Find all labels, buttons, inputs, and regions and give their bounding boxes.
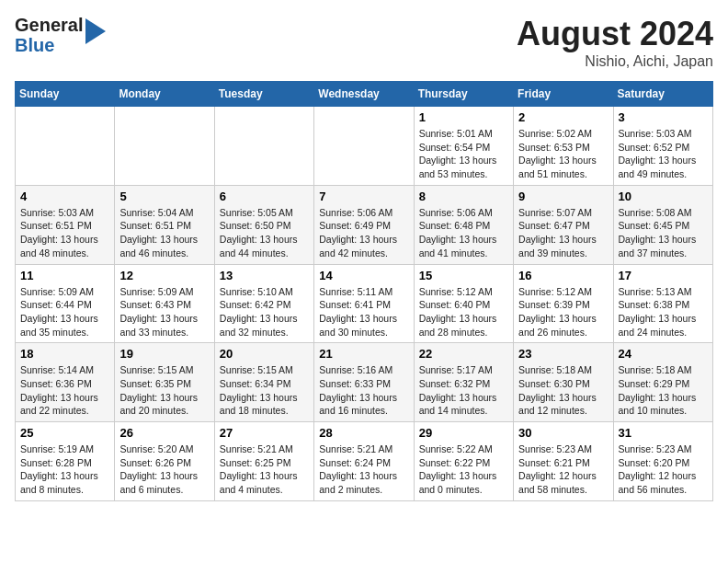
calendar-cell: 22Sunrise: 5:17 AM Sunset: 6:32 PM Dayli… (414, 343, 513, 422)
calendar-cell: 28Sunrise: 5:21 AM Sunset: 6:24 PM Dayli… (314, 422, 414, 501)
day-number: 29 (419, 426, 508, 440)
logo: General Blue (15, 15, 106, 55)
day-number: 2 (518, 110, 608, 124)
calendar-cell: 4Sunrise: 5:03 AM Sunset: 6:51 PM Daylig… (16, 185, 115, 264)
calendar-cell: 12Sunrise: 5:09 AM Sunset: 6:43 PM Dayli… (115, 264, 214, 343)
day-info: Sunrise: 5:23 AM Sunset: 6:21 PM Dayligh… (518, 442, 608, 497)
calendar-cell: 21Sunrise: 5:16 AM Sunset: 6:33 PM Dayli… (314, 343, 414, 422)
day-info: Sunrise: 5:18 AM Sunset: 6:29 PM Dayligh… (619, 363, 708, 418)
calendar-cell: 27Sunrise: 5:21 AM Sunset: 6:25 PM Dayli… (214, 422, 313, 501)
day-number: 1 (419, 110, 508, 124)
logo-arrow-icon (85, 18, 106, 48)
calendar-cell: 6Sunrise: 5:05 AM Sunset: 6:50 PM Daylig… (214, 185, 313, 264)
day-number: 23 (518, 347, 608, 361)
day-number: 24 (619, 347, 708, 361)
calendar-cell: 5Sunrise: 5:04 AM Sunset: 6:51 PM Daylig… (115, 185, 214, 264)
calendar-cell: 1Sunrise: 5:01 AM Sunset: 6:54 PM Daylig… (414, 107, 513, 186)
calendar-cell: 29Sunrise: 5:22 AM Sunset: 6:22 PM Dayli… (414, 422, 513, 501)
day-number: 14 (319, 269, 408, 282)
calendar-cell: 3Sunrise: 5:03 AM Sunset: 6:52 PM Daylig… (613, 107, 712, 186)
day-info: Sunrise: 5:17 AM Sunset: 6:32 PM Dayligh… (419, 363, 508, 418)
calendar-cell (16, 107, 115, 186)
day-info: Sunrise: 5:06 AM Sunset: 6:48 PM Dayligh… (419, 206, 508, 260)
day-number: 9 (518, 190, 608, 203)
calendar-cell (214, 107, 313, 186)
calendar-week-row: 1Sunrise: 5:01 AM Sunset: 6:54 PM Daylig… (16, 107, 713, 186)
day-number: 13 (220, 269, 309, 282)
day-info: Sunrise: 5:11 AM Sunset: 6:41 PM Dayligh… (319, 285, 408, 339)
day-info: Sunrise: 5:09 AM Sunset: 6:43 PM Dayligh… (119, 285, 209, 339)
page-header: General Blue August 2024 Nishio, Aichi, … (15, 15, 713, 70)
calendar-week-row: 25Sunrise: 5:19 AM Sunset: 6:28 PM Dayli… (16, 422, 713, 501)
calendar-cell: 13Sunrise: 5:10 AM Sunset: 6:42 PM Dayli… (214, 264, 313, 343)
weekday-header-monday: Monday (115, 82, 214, 107)
day-number: 5 (119, 190, 209, 203)
day-number: 3 (619, 110, 708, 124)
weekday-header-saturday: Saturday (613, 82, 712, 107)
day-info: Sunrise: 5:23 AM Sunset: 6:20 PM Dayligh… (619, 442, 708, 497)
day-info: Sunrise: 5:15 AM Sunset: 6:34 PM Dayligh… (220, 363, 309, 418)
day-number: 30 (518, 426, 608, 440)
day-info: Sunrise: 5:02 AM Sunset: 6:53 PM Dayligh… (518, 127, 608, 181)
day-info: Sunrise: 5:05 AM Sunset: 6:50 PM Dayligh… (220, 206, 309, 260)
day-info: Sunrise: 5:21 AM Sunset: 6:24 PM Dayligh… (319, 442, 408, 497)
day-info: Sunrise: 5:06 AM Sunset: 6:49 PM Dayligh… (319, 206, 408, 260)
logo-general-text: General (15, 15, 83, 35)
day-number: 10 (619, 190, 708, 203)
calendar-cell: 19Sunrise: 5:15 AM Sunset: 6:35 PM Dayli… (115, 343, 214, 422)
calendar-cell: 8Sunrise: 5:06 AM Sunset: 6:48 PM Daylig… (414, 185, 513, 264)
day-info: Sunrise: 5:18 AM Sunset: 6:30 PM Dayligh… (518, 363, 608, 418)
day-number: 27 (220, 426, 309, 440)
calendar-week-row: 11Sunrise: 5:09 AM Sunset: 6:44 PM Dayli… (16, 264, 713, 343)
day-number: 12 (119, 269, 209, 282)
logo-blue-text: Blue (15, 35, 83, 55)
calendar-cell: 25Sunrise: 5:19 AM Sunset: 6:28 PM Dayli… (16, 422, 115, 501)
weekday-header-tuesday: Tuesday (214, 82, 313, 107)
weekday-header-thursday: Thursday (414, 82, 513, 107)
calendar-cell (115, 107, 214, 186)
day-number: 4 (20, 190, 109, 203)
weekday-header-row: SundayMondayTuesdayWednesdayThursdayFrid… (16, 82, 713, 107)
weekday-header-friday: Friday (514, 82, 613, 107)
calendar-cell: 7Sunrise: 5:06 AM Sunset: 6:49 PM Daylig… (314, 185, 414, 264)
day-info: Sunrise: 5:12 AM Sunset: 6:40 PM Dayligh… (419, 285, 508, 339)
day-info: Sunrise: 5:07 AM Sunset: 6:47 PM Dayligh… (518, 206, 608, 260)
day-number: 21 (319, 347, 408, 361)
calendar-week-row: 18Sunrise: 5:14 AM Sunset: 6:36 PM Dayli… (16, 343, 713, 422)
day-number: 19 (119, 347, 209, 361)
day-number: 11 (20, 269, 109, 282)
day-number: 22 (419, 347, 508, 361)
weekday-header-wednesday: Wednesday (314, 82, 414, 107)
calendar-cell: 24Sunrise: 5:18 AM Sunset: 6:29 PM Dayli… (613, 343, 712, 422)
calendar-title-block: August 2024 Nishio, Aichi, Japan (517, 15, 713, 70)
calendar-cell: 30Sunrise: 5:23 AM Sunset: 6:21 PM Dayli… (514, 422, 613, 501)
calendar-cell: 26Sunrise: 5:20 AM Sunset: 6:26 PM Dayli… (115, 422, 214, 501)
day-number: 7 (319, 190, 408, 203)
day-info: Sunrise: 5:01 AM Sunset: 6:54 PM Dayligh… (419, 127, 508, 181)
calendar-cell: 2Sunrise: 5:02 AM Sunset: 6:53 PM Daylig… (514, 107, 613, 186)
weekday-header-sunday: Sunday (16, 82, 115, 107)
day-info: Sunrise: 5:16 AM Sunset: 6:33 PM Dayligh… (319, 363, 408, 418)
calendar-cell: 14Sunrise: 5:11 AM Sunset: 6:41 PM Dayli… (314, 264, 414, 343)
calendar-cell: 16Sunrise: 5:12 AM Sunset: 6:39 PM Dayli… (514, 264, 613, 343)
day-number: 15 (419, 269, 508, 282)
calendar-cell: 17Sunrise: 5:13 AM Sunset: 6:38 PM Dayli… (613, 264, 712, 343)
calendar-cell: 18Sunrise: 5:14 AM Sunset: 6:36 PM Dayli… (16, 343, 115, 422)
calendar-cell: 20Sunrise: 5:15 AM Sunset: 6:34 PM Dayli… (214, 343, 313, 422)
day-number: 25 (20, 426, 109, 440)
day-info: Sunrise: 5:10 AM Sunset: 6:42 PM Dayligh… (220, 285, 309, 339)
day-number: 28 (319, 426, 408, 440)
calendar-cell: 15Sunrise: 5:12 AM Sunset: 6:40 PM Dayli… (414, 264, 513, 343)
day-info: Sunrise: 5:09 AM Sunset: 6:44 PM Dayligh… (20, 285, 109, 339)
day-info: Sunrise: 5:12 AM Sunset: 6:39 PM Dayligh… (518, 285, 608, 339)
day-info: Sunrise: 5:21 AM Sunset: 6:25 PM Dayligh… (220, 442, 309, 497)
day-info: Sunrise: 5:15 AM Sunset: 6:35 PM Dayligh… (119, 363, 209, 418)
location-title: Nishio, Aichi, Japan (517, 53, 713, 70)
day-number: 17 (619, 269, 708, 282)
day-info: Sunrise: 5:03 AM Sunset: 6:51 PM Dayligh… (20, 206, 109, 260)
day-number: 26 (119, 426, 209, 440)
day-info: Sunrise: 5:03 AM Sunset: 6:52 PM Dayligh… (619, 127, 708, 181)
svg-marker-0 (85, 18, 106, 44)
day-number: 31 (619, 426, 708, 440)
day-number: 16 (518, 269, 608, 282)
